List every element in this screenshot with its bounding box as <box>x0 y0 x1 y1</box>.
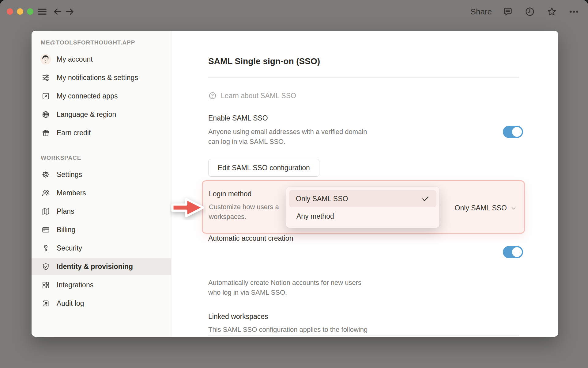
auto-account-heading: Automatic account creation <box>208 234 293 243</box>
sidebar-item-label: Earn credit <box>57 129 91 137</box>
close-window-button[interactable] <box>7 8 13 15</box>
avatar <box>40 54 51 65</box>
map-icon <box>40 206 51 217</box>
edit-saml-config-button[interactable]: Edit SAML SSO configuration <box>208 159 319 177</box>
sidebar-item-label: Identity & provisioning <box>57 263 133 271</box>
sliders-icon <box>40 72 51 83</box>
globe-icon <box>40 109 51 120</box>
desktop-screen: Share ME@TOOLSFORTHOUGHT.APP My <box>0 0 588 368</box>
sidebar-item-label: Plans <box>57 207 74 216</box>
sidebar-item-label: My account <box>57 55 93 63</box>
traffic-lights <box>7 8 33 15</box>
learn-about-saml-link[interactable]: Learn about SAML SSO <box>208 91 296 100</box>
sidebar-item-security[interactable]: Security <box>32 240 171 256</box>
login-method-selected-value: Only SAML SSO <box>455 204 507 212</box>
enable-saml-description: Anyone using email addresses with a veri… <box>208 127 367 147</box>
sidebar-item-notifications-settings[interactable]: My notifications & settings <box>32 69 171 86</box>
enable-saml-toggle[interactable] <box>503 126 523 138</box>
sidebar-item-label: Language & region <box>57 110 116 119</box>
auto-account-toggle[interactable] <box>503 246 523 258</box>
login-method-description: Customize how users a workspaces. <box>209 202 279 222</box>
account-email-header: ME@TOOLSFORTHOUGHT.APP <box>41 39 171 46</box>
enable-saml-heading: Enable SAML SSO <box>208 114 268 122</box>
divider <box>208 335 519 336</box>
history-clock-icon[interactable] <box>524 6 536 18</box>
auto-account-description: Automatically create Notion accounts for… <box>208 278 361 297</box>
sidebar-item-earn-credit[interactable]: Earn credit <box>32 125 171 141</box>
back-arrow-icon[interactable] <box>51 6 64 18</box>
star-icon[interactable] <box>546 6 558 18</box>
hamburger-icon[interactable] <box>36 6 48 18</box>
sidebar-item-label: Audit log <box>57 299 84 308</box>
sidebar-item-connected-apps[interactable]: My connected apps <box>32 88 171 104</box>
settings-dialog: ME@TOOLSFORTHOUGHT.APP My account My not… <box>32 31 558 337</box>
annotation-arrow <box>170 195 206 220</box>
sidebar-item-label: Security <box>57 244 82 252</box>
window-titlebar: Share <box>0 0 588 23</box>
forward-arrow-icon[interactable] <box>64 6 76 18</box>
workspace-section-header: WORKSPACE <box>41 155 171 161</box>
key-icon <box>40 243 51 254</box>
dropdown-option-only-saml-sso[interactable]: Only SAML SSO <box>289 190 436 207</box>
question-circle-icon <box>208 91 217 100</box>
people-icon <box>40 187 51 198</box>
settings-sidebar: ME@TOOLSFORTHOUGHT.APP My account My not… <box>32 31 172 337</box>
sidebar-item-settings[interactable]: Settings <box>32 166 171 183</box>
checkmark-icon <box>421 194 430 203</box>
sidebar-item-label: Integrations <box>57 281 93 289</box>
sidebar-item-label: Settings <box>57 171 82 179</box>
learn-link-label: Learn about SAML SSO <box>221 92 296 100</box>
sidebar-item-my-account[interactable]: My account <box>32 51 171 67</box>
shield-check-icon <box>40 261 51 272</box>
comment-icon[interactable] <box>502 6 514 18</box>
sidebar-item-members[interactable]: Members <box>32 185 171 201</box>
sidebar-item-integrations[interactable]: Integrations <box>32 277 171 293</box>
ellipsis-icon[interactable] <box>568 6 580 18</box>
chevron-down-icon <box>511 205 517 211</box>
page-title: SAML Single sign-on (SSO) <box>208 56 320 66</box>
arrow-out-icon <box>40 90 51 102</box>
gear-icon <box>40 169 51 180</box>
sidebar-item-language-region[interactable]: Language & region <box>32 106 171 123</box>
grid-icon <box>40 279 51 290</box>
sidebar-item-plans[interactable]: Plans <box>32 203 171 220</box>
divider <box>208 77 519 78</box>
sidebar-item-label: Members <box>57 189 86 197</box>
scroll-icon <box>40 298 51 309</box>
sidebar-item-identity-provisioning[interactable]: Identity & provisioning <box>32 258 171 275</box>
share-button[interactable]: Share <box>471 7 492 17</box>
login-method-select[interactable]: Only SAML SSO <box>455 204 517 212</box>
credit-card-icon <box>40 224 51 235</box>
sidebar-item-label: Billing <box>57 226 75 234</box>
linked-workspaces-heading: Linked workspaces <box>208 312 268 321</box>
login-method-dropdown: Only SAML SSO Any method <box>286 187 439 228</box>
linked-workspaces-description: This SAML SSO configuration applies to t… <box>208 325 368 337</box>
sidebar-item-audit-log[interactable]: Audit log <box>32 295 171 312</box>
login-method-heading: Login method <box>209 190 251 198</box>
minimize-window-button[interactable] <box>17 8 23 15</box>
sidebar-item-label: My connected apps <box>57 92 118 100</box>
dropdown-option-any-method[interactable]: Any method <box>286 208 439 225</box>
sidebar-item-label: My notifications & settings <box>57 74 138 82</box>
settings-main-panel: SAML Single sign-on (SSO) Learn about SA… <box>172 31 558 337</box>
sidebar-item-billing[interactable]: Billing <box>32 221 171 238</box>
gift-icon <box>40 127 51 138</box>
zoom-window-button[interactable] <box>27 8 33 15</box>
